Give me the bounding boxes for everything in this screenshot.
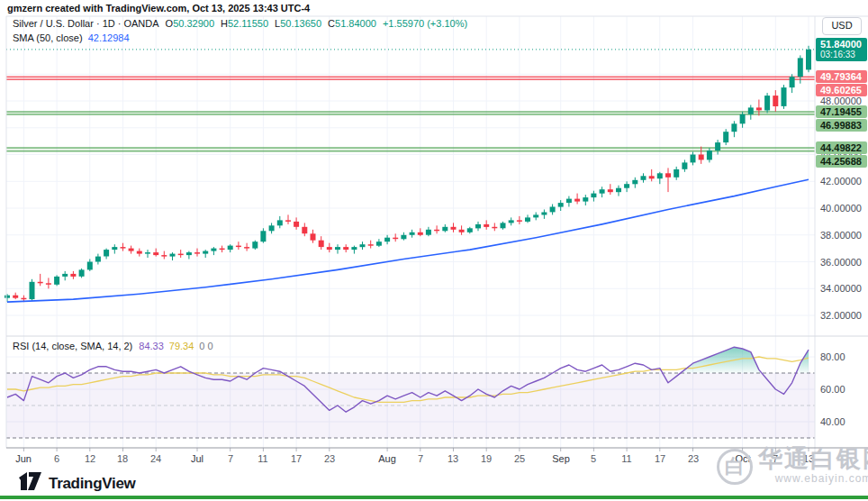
rsi-extra-values: 0 0 bbox=[199, 341, 212, 351]
site-watermark: 白 华通白银网 www.ebaiyin.com bbox=[717, 445, 868, 485]
symbol-legend[interactable]: Silver / U.S. Dollar · 1D · OANDAO50.329… bbox=[13, 18, 467, 29]
current-price-badge: 51.8400003:16:33 bbox=[816, 38, 867, 61]
tradingview-logo[interactable]: TradingView bbox=[18, 472, 136, 495]
watermark-logo-icon: 白 bbox=[717, 449, 753, 485]
time-tick-label: 23 bbox=[324, 453, 335, 464]
price-tick-label: 36.00000 bbox=[820, 257, 862, 268]
tradingview-logo-icon bbox=[18, 472, 42, 495]
rsi-tick-label: 40.00 bbox=[820, 416, 845, 427]
time-tick-label: Aug bbox=[378, 453, 396, 464]
time-tick-label: 11 bbox=[258, 453, 267, 464]
rsi-value: 84.33 bbox=[139, 341, 164, 351]
time-tick-label: 17 bbox=[291, 453, 302, 464]
price-level-badge: 46.99883 bbox=[816, 119, 867, 132]
time-tick-label: 7 bbox=[418, 453, 423, 464]
price-level-badge: 44.49822 bbox=[816, 141, 867, 154]
time-tick-label: 6 bbox=[54, 453, 59, 464]
time-tick-label: 13 bbox=[448, 453, 458, 464]
tradingview-chart-page: { "attribution": "gmzern created with Tr… bbox=[0, 0, 868, 501]
time-tick-label: 11 bbox=[621, 453, 631, 464]
currency-button[interactable]: USD bbox=[822, 17, 862, 35]
time-tick-label: 7 bbox=[228, 453, 233, 464]
time-tick-label: 19 bbox=[481, 453, 492, 464]
time-tick-label: 24 bbox=[150, 453, 161, 464]
time-tick-label: 23 bbox=[688, 453, 699, 464]
symbol-title: Silver / U.S. Dollar · 1D · OANDA bbox=[13, 18, 159, 29]
time-tick-label: 18 bbox=[117, 453, 128, 464]
time-tick-label: Jun bbox=[15, 453, 32, 464]
sma-legend[interactable]: SMA (50, close)42.12984 bbox=[13, 32, 130, 43]
price-level-badge: 49.79364 bbox=[816, 70, 867, 83]
time-tick-label: 5 bbox=[591, 453, 596, 464]
price-level-badge: 49.60265 bbox=[816, 84, 867, 96]
watermark-site-name: 华通白银网 bbox=[758, 445, 868, 472]
attribution-text: gmzern created with TradingView.com, Oct… bbox=[7, 3, 310, 14]
ohlc-values: O50.32900H52.11550L50.13650C51.84000 bbox=[159, 18, 376, 29]
change-value: +1.55970 (+3.10%) bbox=[383, 18, 467, 29]
price-tick-label: 34.00000 bbox=[820, 283, 862, 294]
ohlc-item: O50.32900 bbox=[166, 18, 214, 29]
price-level-badge: 44.25688 bbox=[816, 155, 867, 168]
countdown-timer: 03:16:33 bbox=[820, 50, 867, 60]
time-tick-label: Jul bbox=[191, 453, 203, 464]
price-tick-label: 42.00000 bbox=[820, 176, 862, 187]
sma-label: SMA (50, close) bbox=[13, 32, 83, 43]
bottom-green-bar bbox=[0, 496, 868, 499]
ohlc-item: L50.13650 bbox=[275, 18, 321, 29]
price-tick-label: 32.00000 bbox=[820, 310, 862, 321]
price-tick-label: 40.00000 bbox=[820, 203, 862, 214]
sma-value: 42.12984 bbox=[88, 32, 130, 43]
chart-canvas[interactable] bbox=[0, 0, 868, 501]
price-level-badge: 47.19455 bbox=[816, 105, 867, 118]
time-tick-label: Sep bbox=[552, 453, 570, 464]
time-tick-label: 25 bbox=[514, 453, 525, 464]
rsi-tick-label: 60.00 bbox=[820, 384, 845, 395]
price-tick-label: 38.00000 bbox=[820, 230, 862, 241]
rsi-legend[interactable]: RSI (14, close, SMA, 14, 2)84.3379.340 0 bbox=[13, 341, 213, 351]
rsi-label: RSI (14, close, SMA, 14, 2) bbox=[13, 341, 132, 351]
rsi-ma-value: 79.34 bbox=[169, 341, 194, 351]
rsi-tick-label: 80.00 bbox=[820, 351, 845, 362]
time-tick-label: 17 bbox=[655, 453, 665, 464]
tradingview-logo-text: TradingView bbox=[49, 475, 136, 493]
watermark-site-url: www.ebaiyin.com bbox=[758, 472, 868, 485]
ohlc-item: H52.11550 bbox=[221, 18, 268, 29]
time-tick-label: 12 bbox=[85, 453, 95, 464]
ohlc-item: C51.84000 bbox=[328, 18, 376, 29]
